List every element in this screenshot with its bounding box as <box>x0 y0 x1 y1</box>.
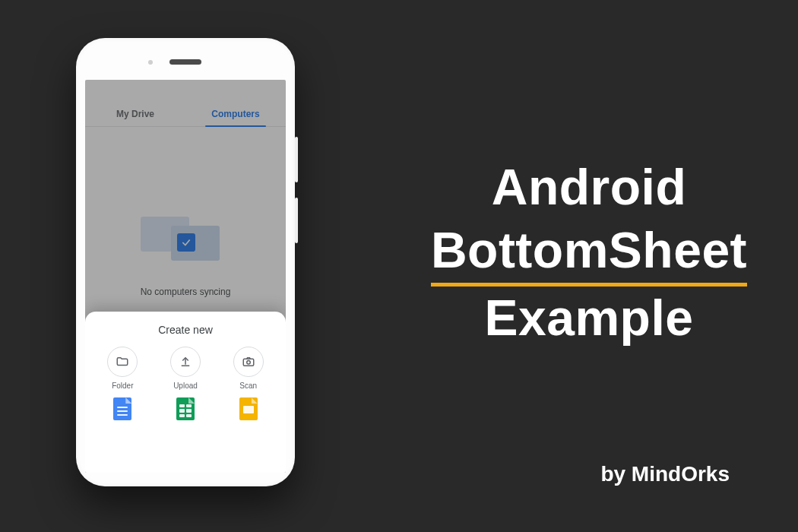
google-slides-icon <box>239 397 258 420</box>
headline-line-1: Android <box>376 156 798 219</box>
bottom-sheet: Create new Folder <box>85 312 286 473</box>
sheet-item-label: Scan <box>239 382 257 390</box>
svg-rect-2 <box>243 359 254 366</box>
sheet-item-label: Upload <box>173 382 198 390</box>
headline-underlined-word: BottomSheet <box>431 219 747 287</box>
byline: by MindOrks <box>600 462 730 486</box>
front-camera-dot <box>148 60 153 65</box>
sheet-item-docs[interactable] <box>91 397 154 420</box>
headline-line-2: BottomSheet <box>376 219 798 287</box>
upload-icon <box>170 347 201 377</box>
speaker-slot <box>169 59 201 65</box>
google-sheets-icon <box>176 397 195 420</box>
phone-screen: My Drive Computers No computers syncing <box>85 80 286 473</box>
sheet-item-slides[interactable] <box>217 397 280 420</box>
sheet-item-sheets[interactable] <box>154 397 217 420</box>
bottom-sheet-title: Create new <box>91 324 280 336</box>
phone-frame: My Drive Computers No computers syncing <box>76 38 295 486</box>
google-docs-icon <box>113 397 131 420</box>
sheet-item-scan[interactable]: Scan <box>217 347 280 390</box>
slide-headline: Android BottomSheet Example <box>376 156 798 350</box>
bottom-sheet-grid: Folder Upload <box>91 347 280 420</box>
sheet-item-upload[interactable]: Upload <box>154 347 217 390</box>
sheet-item-folder[interactable]: Folder <box>91 347 154 390</box>
headline-line-3: Example <box>376 287 798 350</box>
folder-icon <box>107 347 138 377</box>
camera-icon <box>233 347 264 377</box>
svg-point-3 <box>246 361 250 365</box>
sheet-item-label: Folder <box>112 382 133 390</box>
